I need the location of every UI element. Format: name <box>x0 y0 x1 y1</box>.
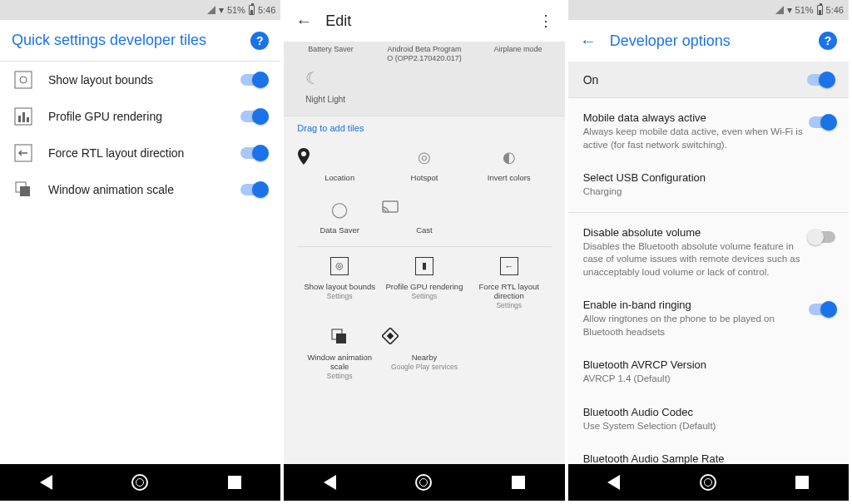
toggle-switch[interactable] <box>809 116 835 128</box>
toggle-switch[interactable] <box>809 304 835 315</box>
option-select-usb-config[interactable]: Select USB Configuration Charging <box>568 161 849 209</box>
clock: 5:46 <box>258 5 275 15</box>
location-pin-icon <box>297 148 382 166</box>
nav-back-button[interactable] <box>40 475 52 490</box>
option-mobile-data-always-active[interactable]: Mobile data always active Always keep mo… <box>568 101 849 161</box>
edit-content: Battery Saver Android Beta Program O (OP… <box>284 42 564 464</box>
drag-header: Drag to add tiles <box>297 123 551 133</box>
battery-percent: 51% <box>795 5 814 15</box>
nav-bar <box>0 464 280 501</box>
option-disable-absolute-volume[interactable]: Disable absolute volume Disables the Blu… <box>568 216 849 289</box>
battery-percent: 51% <box>227 5 245 15</box>
back-arrow-icon[interactable]: ← <box>295 12 312 31</box>
gpu-icon <box>13 106 33 126</box>
master-switch[interactable] <box>807 74 834 86</box>
svg-rect-11 <box>336 334 346 343</box>
wifi-icon: ▾ <box>219 4 224 16</box>
tile-label: Night Light <box>305 95 564 104</box>
tile-window-animation[interactable]: Window animation scale <box>0 171 280 208</box>
toggle-switch[interactable] <box>240 111 267 122</box>
tile-invert-colors[interactable]: ◐ Invert colors <box>467 140 552 192</box>
data-saver-icon: ◯ <box>297 200 382 219</box>
tile-airplane-mode[interactable]: Airplane mode <box>480 45 555 63</box>
hotspot-icon: ◎ <box>382 148 467 166</box>
svg-rect-0 <box>15 72 32 88</box>
animation-icon <box>330 328 349 346</box>
tile-show-layout-bounds[interactable]: ◎ Show layout bounds Settings <box>297 249 382 319</box>
layout-bounds-icon <box>13 70 33 90</box>
nav-home-button[interactable] <box>415 474 432 491</box>
master-toggle-row[interactable]: On <box>568 62 849 98</box>
svg-rect-4 <box>22 112 25 122</box>
tile-window-animation[interactable]: Window animation scale Settings <box>297 319 382 390</box>
clock: 5:46 <box>826 5 844 15</box>
active-tiles-row: Battery Saver Android Beta Program O (OP… <box>284 42 564 63</box>
nav-bar <box>568 464 849 501</box>
tile-battery-saver[interactable]: Battery Saver <box>294 45 369 63</box>
titlebar: ← Edit ⋮ <box>284 0 564 42</box>
option-bt-audio-codec[interactable]: Bluetooth Audio Codec Use System Selecti… <box>568 396 849 443</box>
tile-show-layout-bounds[interactable]: Show layout bounds <box>0 62 280 98</box>
layout-bounds-icon: ◎ <box>330 257 349 275</box>
tile-data-saver[interactable]: ◯ Data Saver <box>297 192 382 245</box>
help-icon[interactable]: ? <box>250 32 269 50</box>
page-title: Quick settings developer tiles <box>12 32 206 49</box>
toggle-switch[interactable] <box>240 74 267 86</box>
tile-force-rtl[interactable]: Force RTL layout direction <box>0 135 280 171</box>
option-enable-inband-ringing[interactable]: Enable in-band ringing Allow ringtones o… <box>568 289 849 348</box>
tiles-list: Show layout bounds Profile GPU rendering… <box>0 62 280 464</box>
nav-recent-button[interactable] <box>512 476 525 489</box>
phone-qs-edit: ← Edit ⋮ Battery Saver Android Beta Prog… <box>284 0 564 501</box>
tile-profile-gpu[interactable]: Profile GPU rendering <box>0 98 280 135</box>
tile-nearby[interactable]: Nearby Google Play services <box>382 319 467 390</box>
nav-recent-button[interactable] <box>795 476 809 489</box>
wifi-icon: ▾ <box>787 4 792 16</box>
tile-label: Show layout bounds <box>48 73 240 86</box>
phone-developer-options: ▾ 51% 5:46 ← Developer options ? On Mobi… <box>568 0 849 501</box>
toggle-switch[interactable] <box>809 231 835 243</box>
tile-label: Window animation scale <box>48 183 240 196</box>
dev-options-content: On Mobile data always active Always keep… <box>568 62 849 464</box>
tile-android-beta[interactable]: Android Beta Program O (OPP2.170420.017) <box>387 45 462 63</box>
drag-section: Drag to add tiles Location ◎ Hotspot ◐ I… <box>284 116 564 464</box>
help-icon[interactable]: ? <box>819 32 837 50</box>
svg-point-1 <box>20 77 27 83</box>
rtl-icon: ← <box>500 257 518 275</box>
nav-bar <box>284 464 564 501</box>
back-arrow-icon[interactable]: ← <box>580 32 597 51</box>
battery-icon <box>249 5 255 15</box>
tile-location[interactable]: Location <box>297 140 382 192</box>
tile-profile-gpu[interactable]: ▮ Profile GPU rendering Settings <box>382 249 467 319</box>
svg-rect-13 <box>387 332 394 338</box>
nav-back-button[interactable] <box>607 475 620 490</box>
tile-cast[interactable]: Cast <box>382 192 467 245</box>
status-bar: ▾ 51% 5:46 <box>568 0 849 20</box>
battery-icon <box>817 5 823 15</box>
signal-icon <box>207 6 215 14</box>
separator <box>568 212 849 213</box>
option-bt-audio-sample-rate[interactable]: Bluetooth Audio Sample Rate Use System S… <box>568 442 849 464</box>
cast-icon <box>382 200 467 219</box>
tile-hotspot[interactable]: ◎ Hotspot <box>382 140 467 192</box>
tile-label: Force RTL layout direction <box>48 146 240 160</box>
on-label: On <box>583 73 599 86</box>
nav-home-button[interactable] <box>131 474 148 491</box>
status-bar: ▾ 51% 5:46 <box>0 0 280 20</box>
nav-home-button[interactable] <box>700 474 716 491</box>
nav-back-button[interactable] <box>324 475 336 490</box>
titlebar: ← Developer options ? <box>568 20 849 62</box>
gpu-icon: ▮ <box>415 257 433 275</box>
tile-force-rtl[interactable]: ← Force RTL layout direction Settings <box>467 249 552 319</box>
tile-night-light[interactable]: ☾ Night Light <box>284 63 564 116</box>
options-list: Mobile data always active Always keep mo… <box>568 98 849 464</box>
nav-recent-button[interactable] <box>228 476 241 489</box>
option-bt-avrcp-version[interactable]: Bluetooth AVRCP Version AVRCP 1.4 (Defau… <box>568 348 849 396</box>
toggle-switch[interactable] <box>240 184 267 195</box>
moon-icon: ☾ <box>305 68 564 88</box>
toggle-switch[interactable] <box>240 147 267 159</box>
svg-rect-3 <box>18 116 21 122</box>
overflow-menu-icon[interactable]: ⋮ <box>538 12 553 30</box>
nearby-icon <box>382 328 467 346</box>
svg-rect-8 <box>20 186 30 196</box>
animation-icon <box>13 180 33 200</box>
